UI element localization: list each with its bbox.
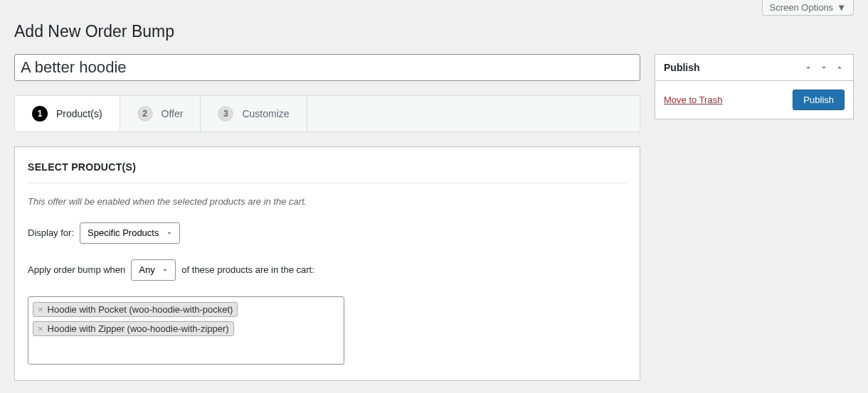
product-tag: × Hoodie with Pocket (woo-hoodie-with-po… [33, 302, 238, 317]
display-for-select[interactable]: Specific Products [80, 222, 180, 244]
select-products-panel: SELECT PRODUCT(S) This offer will be ena… [14, 146, 640, 381]
publish-heading: Publish [664, 62, 700, 73]
steps-tabs: 1 Product(s) 2 Offer 3 Customize [14, 95, 640, 132]
order-bump-title-input[interactable] [14, 54, 640, 81]
chevron-down-icon: ▼ [837, 2, 846, 13]
apply-post-text: of these products are in the cart: [181, 264, 314, 275]
section-hint: This offer will be enabled when the sele… [28, 196, 627, 207]
tab-products[interactable]: 1 Product(s) [15, 96, 120, 131]
product-tag: × Hoodie with Zipper (woo-hoodie-with-zi… [33, 321, 234, 336]
screen-options-label: Screen Options [770, 2, 834, 13]
publish-button[interactable]: Publish [793, 90, 845, 110]
apply-pre-text: Apply order bump when [28, 264, 125, 275]
move-to-trash-link[interactable]: Move to Trash [664, 95, 722, 105]
tab-customize[interactable]: 3 Customize [201, 96, 307, 131]
products-multiselect[interactable]: × Hoodie with Pocket (woo-hoodie-with-po… [28, 296, 344, 365]
remove-tag-icon[interactable]: × [36, 305, 45, 314]
tab-number: 2 [137, 106, 153, 122]
tab-label: Customize [242, 108, 289, 119]
publish-metabox: Publish Move to Trash Publish [655, 54, 854, 119]
metabox-order-down-icon[interactable] [819, 63, 829, 72]
product-tag-label: Hoodie with Pocket (woo-hoodie-with-pock… [48, 304, 233, 315]
display-for-label: Display for: [28, 227, 74, 238]
tab-label: Offer [162, 108, 184, 119]
tab-number: 1 [32, 106, 48, 122]
apply-condition-select[interactable]: Any [131, 259, 176, 281]
page-title: Add New Order Bump [14, 16, 854, 44]
metabox-toggle-icon[interactable] [835, 63, 845, 72]
tab-offer[interactable]: 2 Offer [120, 96, 201, 131]
product-tag-label: Hoodie with Zipper (woo-hoodie-with-zipp… [48, 323, 229, 334]
section-heading: SELECT PRODUCT(S) [28, 161, 627, 183]
metabox-order-up-icon[interactable] [803, 63, 813, 72]
tab-number: 3 [218, 106, 233, 122]
screen-options-button[interactable]: Screen Options ▼ [762, 0, 854, 16]
tab-label: Product(s) [56, 108, 102, 119]
remove-tag-icon[interactable]: × [36, 324, 45, 333]
